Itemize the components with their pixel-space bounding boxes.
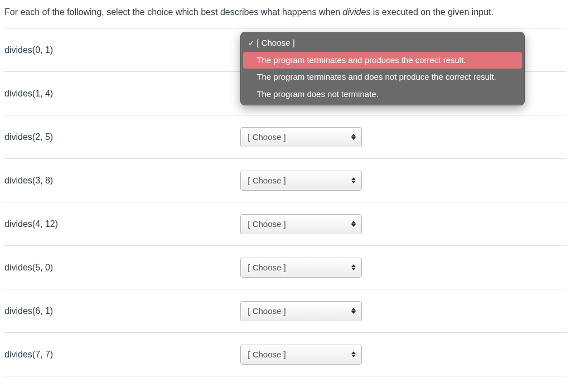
row-label: divides(3, 8) bbox=[4, 159, 240, 202]
svg-marker-7 bbox=[351, 268, 356, 270]
select-value: [ Choose ] bbox=[248, 306, 349, 316]
choice-select[interactable]: [ Choose ] bbox=[240, 345, 362, 365]
select-value: [ Choose ] bbox=[248, 350, 349, 359]
row-select-cell: [ Choose ] bbox=[240, 159, 567, 202]
svg-marker-0 bbox=[351, 134, 356, 137]
prompt-after: is executed on the given input. bbox=[370, 7, 493, 17]
dropdown-option-correct[interactable]: The program terminates and produces the … bbox=[243, 52, 522, 69]
question-prompt: For each of the following, select the ch… bbox=[4, 3, 567, 28]
row-select-cell: [ Choose ] bbox=[240, 115, 567, 159]
table-row: divides(5, 0) [ Choose ] bbox=[4, 246, 567, 289]
choice-select[interactable]: [ Choose ] bbox=[240, 258, 362, 278]
dropdown-option-label: [ Choose ] bbox=[257, 37, 517, 50]
table-row: divides(3, 8) [ Choose ] bbox=[4, 159, 567, 202]
dropdown-option-placeholder[interactable]: ✓ [ Choose ] bbox=[243, 35, 522, 52]
svg-marker-9 bbox=[351, 311, 356, 314]
table-row: divides(0, 1) ✓ [ Choose ] The program t… bbox=[4, 28, 567, 72]
select-value: [ Choose ] bbox=[248, 263, 349, 272]
dropdown-option-incorrect[interactable]: The program terminates and does not prod… bbox=[243, 69, 522, 86]
select-value: [ Choose ] bbox=[248, 132, 349, 142]
svg-marker-5 bbox=[351, 224, 356, 227]
row-select-cell: [ Choose ] bbox=[240, 246, 567, 289]
prompt-italic: divides bbox=[343, 7, 371, 17]
svg-marker-2 bbox=[351, 177, 356, 180]
dropdown-option-label: The program terminates and does not prod… bbox=[246, 71, 517, 84]
svg-marker-6 bbox=[351, 264, 356, 267]
select-value: [ Choose ] bbox=[248, 219, 349, 229]
choice-select[interactable]: [ Choose ] bbox=[240, 171, 362, 191]
row-label: divides(0, 1) bbox=[4, 28, 240, 72]
table-row: divides(2, 5) [ Choose ] bbox=[4, 115, 567, 159]
svg-marker-8 bbox=[351, 308, 356, 311]
dropdown-menu-open[interactable]: ✓ [ Choose ] The program terminates and … bbox=[240, 32, 525, 105]
row-select-cell: [ Choose ] bbox=[240, 333, 567, 376]
chevron-sort-icon bbox=[349, 264, 358, 270]
row-label: divides(4, 12) bbox=[4, 202, 240, 246]
table-row: divides(7, 7) [ Choose ] bbox=[4, 333, 567, 376]
row-label: divides(6, 1) bbox=[4, 289, 240, 333]
row-label: divides(1, 4) bbox=[4, 72, 240, 115]
table-row: divides(4, 12) [ Choose ] bbox=[4, 202, 567, 246]
choice-select[interactable]: [ Choose ] bbox=[240, 214, 362, 234]
svg-marker-10 bbox=[351, 351, 356, 354]
row-label: divides(5, 0) bbox=[4, 246, 240, 289]
svg-marker-4 bbox=[351, 221, 356, 224]
question-table: divides(0, 1) ✓ [ Choose ] The program t… bbox=[4, 28, 567, 376]
svg-marker-1 bbox=[351, 137, 356, 140]
table-row: divides(6, 1) [ Choose ] bbox=[4, 289, 567, 333]
choice-select[interactable]: [ Choose ] bbox=[240, 301, 362, 321]
select-value: [ Choose ] bbox=[248, 176, 349, 185]
dropdown-option-label: The program terminates and produces the … bbox=[246, 54, 517, 67]
dropdown-option-nonterminate[interactable]: The program does not terminate. bbox=[243, 86, 522, 103]
svg-marker-3 bbox=[351, 181, 356, 183]
choice-select[interactable]: [ Choose ] bbox=[240, 127, 362, 147]
row-select-cell: [ Choose ] bbox=[240, 289, 567, 333]
svg-marker-11 bbox=[351, 355, 356, 357]
row-select-cell: [ Choose ] bbox=[240, 202, 567, 246]
chevron-sort-icon bbox=[349, 308, 358, 314]
check-icon: ✓ bbox=[246, 37, 257, 49]
row-label: divides(2, 5) bbox=[4, 115, 240, 159]
row-select-cell: ✓ [ Choose ] The program terminates and … bbox=[240, 28, 567, 72]
chevron-sort-icon bbox=[349, 177, 358, 183]
row-label: divides(7, 7) bbox=[4, 333, 240, 376]
chevron-sort-icon bbox=[349, 134, 358, 140]
dropdown-option-label: The program does not terminate. bbox=[246, 88, 517, 101]
chevron-sort-icon bbox=[349, 351, 358, 357]
prompt-before: For each of the following, select the ch… bbox=[4, 7, 343, 17]
chevron-sort-icon bbox=[349, 221, 358, 227]
